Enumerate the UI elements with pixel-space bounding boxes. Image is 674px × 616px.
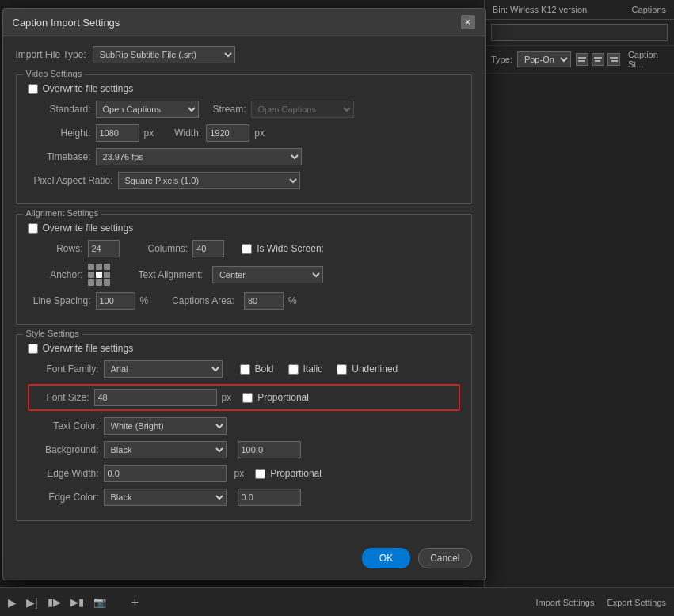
font-size-label: Font Size: [34, 392, 89, 403]
height-width-row: Height: px Width: px [28, 124, 460, 142]
height-input[interactable] [96, 124, 139, 142]
background-label: Background: [28, 444, 99, 455]
font-size-row: Font Size: px Proportional [28, 384, 460, 411]
align-icons-group [576, 53, 620, 66]
stream-label: Stream: [213, 104, 246, 115]
italic-checkbox[interactable] [288, 364, 299, 375]
bold-checkbox[interactable] [240, 364, 250, 375]
italic-label: Italic [303, 363, 323, 375]
columns-label: Columns: [148, 243, 188, 254]
pixel-ar-select[interactable]: Square Pixels (1.0) [118, 172, 300, 189]
line-spacing-captions-row: Line Spacing: % Captions Area: % [28, 292, 460, 310]
alignment-settings-title: Alignment Settings [23, 208, 102, 218]
right-panel-search[interactable] [485, 20, 674, 46]
caption-import-settings-dialog: Caption Import Settings × Import File Ty… [2, 8, 486, 580]
import-file-type-select[interactable]: SubRip Subtitle File (.srt) [93, 46, 235, 63]
camera-icon[interactable]: 📷 [93, 596, 106, 608]
rows-input[interactable] [88, 240, 120, 257]
proportional-label: Proportional [257, 392, 309, 403]
bottom-bar: ▶ ▶| ▮▶ ▶▮ 📷 + Import Settings Export Se… [0, 587, 674, 616]
overwrite-style-row: Overwrite file settings [28, 343, 460, 354]
text-align-select[interactable]: Center [212, 266, 323, 283]
modal-overlay: Caption Import Settings × Import File Ty… [0, 0, 487, 616]
captions-area-input[interactable] [244, 292, 284, 310]
play-icon[interactable]: ▶ [8, 596, 17, 609]
is-widescreen-checkbox[interactable] [242, 244, 252, 254]
mark-out-icon[interactable]: ▶▮ [70, 596, 84, 608]
align-left-icon[interactable] [576, 53, 588, 66]
dialog-footer: OK Cancel [3, 540, 485, 580]
line-spacing-percent: % [140, 295, 149, 306]
type-select[interactable]: Pop-On [517, 51, 571, 67]
anchor-icon-grid[interactable] [88, 264, 110, 286]
export-settings-label[interactable]: Export Settings [607, 598, 666, 607]
cancel-button[interactable]: Cancel [418, 548, 471, 568]
style-settings-section: Style Settings Overwrite file settings F… [16, 334, 472, 521]
font-family-select[interactable]: Arial [104, 360, 223, 378]
video-settings-title: Video Settings [23, 69, 86, 78]
timebase-select[interactable]: 23.976 fps [96, 148, 302, 165]
background-opacity-input[interactable] [238, 441, 301, 458]
bin-label: Bin: Wirless K12 version [493, 5, 587, 14]
underlined-checkbox[interactable] [337, 364, 347, 375]
rows-label: Rows: [28, 243, 83, 254]
dialog-titlebar: Caption Import Settings × [3, 9, 485, 36]
caption-search-input[interactable] [491, 24, 668, 41]
captions-area-percent: % [288, 295, 297, 306]
standard-stream-row: Standard: Open Captions Stream: Open Cap… [28, 101, 460, 118]
columns-input[interactable] [192, 240, 224, 257]
underlined-label: Underlined [352, 363, 398, 375]
close-button[interactable]: × [461, 15, 475, 29]
caption-st-label: Caption St... [628, 50, 668, 69]
overwrite-style-checkbox[interactable] [28, 344, 38, 354]
add-icon[interactable]: + [131, 595, 139, 610]
font-size-input[interactable] [94, 389, 217, 406]
alignment-settings-section: Alignment Settings Overwrite file settin… [16, 214, 472, 325]
edge-color-row: Edge Color: Black [28, 489, 460, 506]
overwrite-video-label: Overwrite file settings [43, 83, 134, 94]
dialog-body: Import File Type: SubRip Subtitle File (… [3, 36, 485, 540]
overwrite-video-checkbox[interactable] [28, 84, 38, 94]
anchor-text-align-row: Anchor: Text Alignment: Center [28, 264, 460, 286]
import-file-type-label: Import File Type: [16, 49, 86, 60]
standard-select[interactable]: Open Captions [96, 101, 199, 118]
import-settings-label[interactable]: Import Settings [535, 598, 594, 607]
mark-in-icon[interactable]: ▮▶ [48, 596, 61, 608]
font-family-row: Font Family: Arial Bold Italic Underline… [28, 360, 460, 378]
edge-color-select[interactable]: Black [104, 489, 227, 506]
overwrite-video-row: Overwrite file settings [28, 83, 460, 94]
height-px-label: px [144, 127, 154, 139]
font-size-px-label: px [222, 392, 232, 403]
edge-width-input[interactable] [104, 465, 227, 482]
proportional-checkbox[interactable] [242, 393, 253, 403]
dialog-title: Caption Import Settings [13, 17, 120, 29]
text-color-select[interactable]: White (Bright) [104, 417, 227, 435]
video-settings-section: Video Settings Overwrite file settings S… [16, 74, 472, 204]
overwrite-align-row: Overwrite file settings [28, 222, 460, 234]
line-spacing-input[interactable] [96, 292, 135, 310]
edge-color-opacity-input[interactable] [238, 489, 301, 506]
right-panel-header: Bin: Wirless K12 version Captions [485, 0, 674, 20]
stream-select[interactable]: Open Captions [251, 101, 354, 118]
align-right-icon[interactable] [607, 53, 620, 66]
align-center-icon[interactable] [592, 53, 604, 66]
background-select[interactable]: Black [104, 441, 227, 458]
timebase-label: Timebase: [28, 151, 91, 162]
pixel-ar-row: Pixel Aspect Ratio: Square Pixels (1.0) [28, 172, 460, 189]
edge-width-row: Edge Width: px Proportional [28, 465, 460, 482]
right-panel-type-row: Type: Pop-On Caption St... [485, 46, 674, 74]
edge-px-label: px [234, 468, 245, 479]
bold-label: Bold [255, 363, 274, 375]
width-px-label: px [254, 127, 265, 139]
type-label: Type: [491, 55, 512, 64]
bottom-bar-right: Import Settings Export Settings [535, 598, 666, 607]
is-widescreen-label: Is Wide Screen: [257, 243, 324, 254]
overwrite-align-checkbox[interactable] [28, 223, 38, 234]
edge-proportional-checkbox[interactable] [255, 469, 265, 479]
step-forward-icon[interactable]: ▶| [26, 596, 38, 609]
edge-color-label: Edge Color: [28, 492, 99, 503]
ok-button[interactable]: OK [362, 548, 410, 568]
captions-area-label: Captions Area: [172, 295, 234, 306]
text-color-row: Text Color: White (Bright) [28, 417, 460, 435]
width-input[interactable] [206, 124, 249, 142]
